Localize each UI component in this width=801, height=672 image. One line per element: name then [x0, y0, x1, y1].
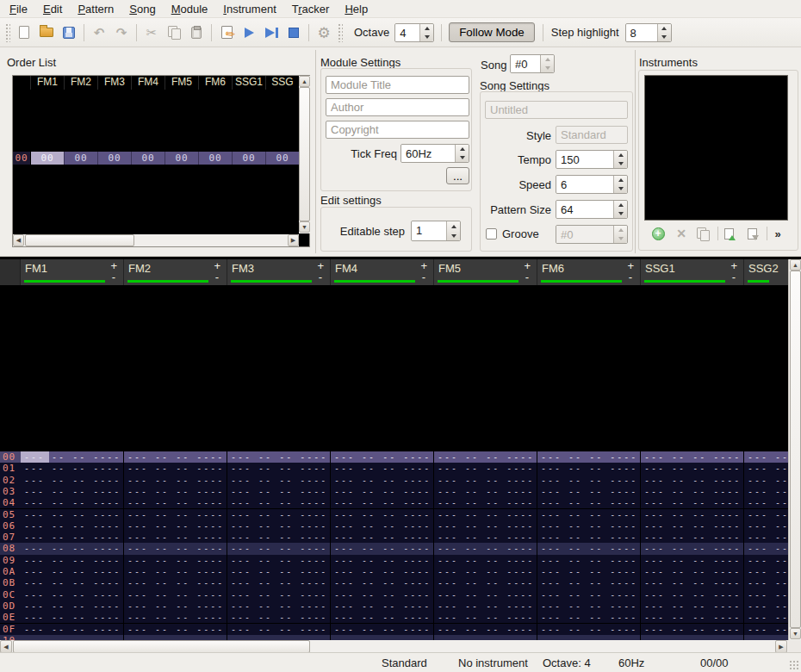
- pattern-cell[interactable]: --- -- -- ----: [21, 486, 124, 497]
- pattern-row[interactable]: 00--- -- -- ------- -- -- ------- -- -- …: [0, 451, 788, 463]
- pattern-cell[interactable]: --- -- -- ----: [21, 509, 124, 520]
- song-number-value[interactable]: #0: [511, 55, 540, 72]
- pattern-cell[interactable]: --- -- -- ----: [227, 589, 331, 600]
- pattern-cell[interactable]: --- -- -- ----: [227, 497, 331, 508]
- order-list-hscrollbar[interactable]: ◀ ▶: [13, 234, 299, 246]
- tick-freq-spinner[interactable]: 60Hz: [400, 144, 469, 163]
- pattern-cell[interactable]: --- -- -- ----: [21, 497, 124, 508]
- pattern-cell[interactable]: --- -- -- ----: [331, 600, 434, 612]
- scroll-left-arrow[interactable]: ◀: [13, 234, 24, 246]
- pattern-cell[interactable]: --- -- -- ----: [227, 555, 331, 566]
- scroll-handle[interactable]: [299, 87, 310, 221]
- order-list-row[interactable]: 000000000000000000: [13, 152, 300, 165]
- pattern-row[interactable]: 0E--- -- -- ------- -- -- ------- -- -- …: [0, 612, 788, 623]
- copy-button[interactable]: [164, 22, 184, 43]
- pattern-cell[interactable]: --- -- -- ----: [641, 543, 744, 554]
- tempo-spin-buttons[interactable]: [613, 151, 627, 168]
- pattern-cell[interactable]: --- -- -- ----: [537, 463, 641, 474]
- channel-shrink-button[interactable]: -: [112, 271, 115, 283]
- editable-step-spin-buttons[interactable]: [446, 221, 460, 240]
- pattern-row[interactable]: 01--- -- -- ------- -- -- ------- -- -- …: [0, 463, 788, 474]
- menu-help[interactable]: Help: [337, 1, 376, 17]
- pattern-cell[interactable]: --- -- -- ----: [434, 520, 537, 532]
- redo-button[interactable]: ↷: [111, 22, 132, 43]
- pattern-size-spin-buttons[interactable]: [613, 201, 627, 218]
- pattern-cell[interactable]: --- -- -- ----: [124, 566, 227, 577]
- step-highlight-spinner[interactable]: 8: [625, 23, 672, 42]
- channel-shrink-button[interactable]: -: [319, 271, 322, 283]
- pattern-cell[interactable]: --- -- -- ----: [124, 555, 227, 566]
- pattern-cell[interactable]: --- -- -- ----: [641, 509, 744, 520]
- pattern-cell[interactable]: --- -- -- ----: [641, 532, 744, 543]
- pattern-row[interactable]: 04--- -- -- ------- -- -- ------- -- -- …: [0, 497, 788, 508]
- pattern-row[interactable]: 08--- -- -- ------- -- -- ------- -- -- …: [0, 543, 788, 554]
- pattern-cell[interactable]: --- -- -- ----: [537, 612, 641, 623]
- pattern-row[interactable]: 0B--- -- -- ------- -- -- ------- -- -- …: [0, 577, 788, 588]
- step-highlight-spin-buttons[interactable]: [657, 24, 671, 41]
- pattern-cell[interactable]: --- -- -- ----: [641, 577, 744, 588]
- pattern-row[interactable]: 0F--- -- -- ------- -- -- ------- -- -- …: [0, 624, 788, 635]
- pattern-cell[interactable]: --- -- -- ----: [537, 589, 641, 600]
- pattern-cell[interactable]: --- -- -- ----: [537, 555, 641, 566]
- pattern-cell[interactable]: --- -- -- ----: [331, 451, 434, 463]
- order-cell[interactable]: 00: [233, 152, 266, 165]
- pattern-row[interactable]: 0C--- -- -- ------- -- -- ------- -- -- …: [0, 589, 788, 600]
- pattern-cell[interactable]: --- -- -- ----: [641, 451, 744, 463]
- pattern-vscrollbar[interactable]: ▲ ▼: [788, 259, 801, 640]
- pattern-cell[interactable]: --- -- -- ----: [641, 475, 744, 486]
- clone-instrument-button[interactable]: [694, 226, 711, 241]
- pattern-cell[interactable]: --- -- -- ----: [21, 600, 124, 612]
- pattern-cell[interactable]: --- -- -- ----: [227, 543, 331, 554]
- pattern-rows[interactable]: 00--- -- -- ------- -- -- ------- -- -- …: [0, 451, 788, 640]
- pattern-cell[interactable]: --- -- -- ----: [124, 520, 227, 532]
- instrument-menu-expand-button[interactable]: »: [769, 226, 786, 241]
- pattern-cell[interactable]: --- -- -- ----: [21, 451, 124, 463]
- pattern-cell[interactable]: --- -- -- ----: [744, 543, 788, 554]
- groove-checkbox[interactable]: [486, 228, 497, 240]
- new-file-button[interactable]: [14, 22, 34, 43]
- pattern-cell[interactable]: --- -- -- ----: [744, 566, 788, 577]
- pattern-cell[interactable]: --- -- -- ----: [434, 509, 537, 520]
- pattern-cell[interactable]: --- -- -- ----: [537, 566, 641, 577]
- pattern-cell[interactable]: --- -- -- ----: [641, 486, 744, 497]
- pattern-cell[interactable]: --- -- -- ----: [124, 624, 227, 635]
- channel-shrink-button[interactable]: -: [732, 271, 736, 283]
- pattern-cell[interactable]: --- -- -- ----: [434, 451, 537, 463]
- scroll-handle[interactable]: [13, 640, 310, 653]
- pattern-cell[interactable]: --- -- -- ----: [227, 463, 331, 474]
- menu-module[interactable]: Module: [164, 1, 216, 17]
- order-cell[interactable]: 00: [165, 152, 199, 165]
- copyright-input[interactable]: Copyright: [326, 121, 469, 139]
- scroll-left-arrow[interactable]: ◀: [0, 640, 12, 653]
- tick-freq-spin-buttons[interactable]: [455, 145, 469, 162]
- pattern-cell[interactable]: --- -- -- ----: [124, 577, 227, 588]
- octave-spinner[interactable]: 4: [394, 23, 434, 42]
- menu-instrument[interactable]: Instrument: [215, 1, 283, 17]
- pattern-cell[interactable]: --- -- -- ----: [227, 532, 331, 543]
- add-instrument-button[interactable]: +: [649, 226, 667, 241]
- follow-mode-button[interactable]: Follow Mode: [449, 22, 535, 42]
- pattern-cell[interactable]: --- -- -- ----: [227, 624, 331, 635]
- pattern-cell[interactable]: --- -- -- ----: [434, 497, 537, 508]
- channel-header-fm5[interactable]: FM5+-: [434, 259, 537, 285]
- pattern-cell[interactable]: --- -- -- ----: [744, 509, 788, 520]
- pattern-cell[interactable]: --- -- -- ----: [331, 624, 434, 635]
- pattern-row[interactable]: 02--- -- -- ------- -- -- ------- -- -- …: [0, 475, 788, 486]
- pattern-cell[interactable]: --- -- -- ----: [227, 600, 331, 612]
- pattern-cell[interactable]: --- -- -- ----: [227, 520, 331, 532]
- order-cell[interactable]: 00: [132, 152, 165, 165]
- pattern-cell[interactable]: --- -- -- ----: [21, 624, 124, 635]
- pattern-cell[interactable]: --- -- -- ----: [331, 486, 434, 497]
- pattern-size-value[interactable]: 64: [556, 201, 613, 218]
- editable-step-value[interactable]: 1: [412, 221, 446, 240]
- pattern-cell[interactable]: --- -- -- ----: [537, 577, 641, 588]
- pattern-cell[interactable]: --- -- -- ----: [744, 577, 788, 588]
- module-title-input[interactable]: Module Title: [326, 76, 469, 94]
- channel-header-fm3[interactable]: FM3+-: [227, 259, 331, 285]
- tick-freq-value[interactable]: 60Hz: [401, 145, 455, 162]
- pattern-row[interactable]: 07--- -- -- ------- -- -- ------- -- -- …: [0, 532, 788, 543]
- channel-header-fm2[interactable]: FM2+-: [124, 259, 227, 285]
- play-button[interactable]: [239, 22, 259, 43]
- pattern-cell[interactable]: --- -- -- ----: [124, 463, 227, 474]
- pattern-cell[interactable]: --- -- -- ----: [227, 612, 331, 623]
